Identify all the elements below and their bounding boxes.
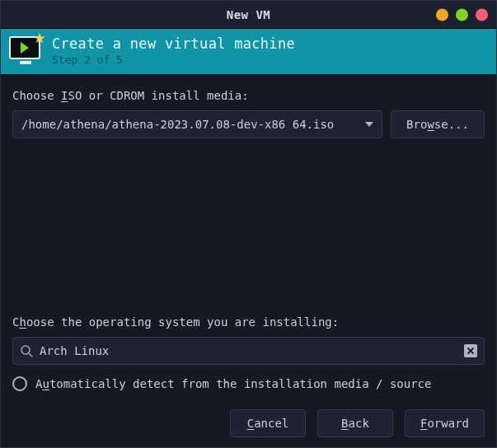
close-button[interactable]	[476, 8, 488, 21]
wizard-header: Create a new virtual machine Step 2 of 5	[1, 29, 496, 74]
titlebar: New VM	[1, 1, 496, 29]
minimize-button[interactable]	[436, 8, 448, 21]
wizard-footer: Cancel Back Forward	[12, 409, 485, 437]
iso-path-dropdown[interactable]: /home/athena/athena-2023.07.08-dev-x86_6…	[12, 110, 382, 138]
cancel-button[interactable]: Cancel	[230, 409, 306, 437]
back-button[interactable]: Back	[317, 409, 393, 437]
os-search-input[interactable]	[40, 344, 457, 357]
iso-path-value: /home/athena/athena-2023.07.08-dev-x86_6…	[21, 118, 334, 131]
vm-icon	[9, 36, 42, 66]
auto-detect-row[interactable]: Automatically detect from the installati…	[12, 376, 485, 391]
maximize-button[interactable]	[456, 8, 468, 21]
browse-button[interactable]: Browse...	[391, 110, 485, 138]
os-search-field[interactable]	[12, 337, 485, 365]
wizard-body: Choose ISO or CDROM install media: /home…	[1, 74, 496, 447]
backspace-x-icon	[467, 348, 474, 354]
os-label: Choose the operating system you are inst…	[12, 315, 485, 329]
window-title: New VM	[227, 8, 271, 21]
auto-detect-label: Automatically detect from the installati…	[35, 377, 431, 390]
iso-label: Choose ISO or CDROM install media:	[12, 89, 485, 102]
search-icon	[20, 344, 33, 357]
auto-detect-radio[interactable]	[12, 376, 27, 391]
chevron-down-icon	[365, 122, 373, 127]
window-controls	[436, 8, 488, 21]
new-vm-window: New VM Create a new virtual machine Step…	[0, 0, 497, 448]
clear-search-button[interactable]	[464, 344, 477, 357]
wizard-step: Step 2 of 5	[52, 54, 295, 66]
wizard-title: Create a new virtual machine	[52, 35, 295, 52]
forward-button[interactable]: Forward	[405, 409, 485, 437]
svg-line-1	[29, 353, 32, 357]
